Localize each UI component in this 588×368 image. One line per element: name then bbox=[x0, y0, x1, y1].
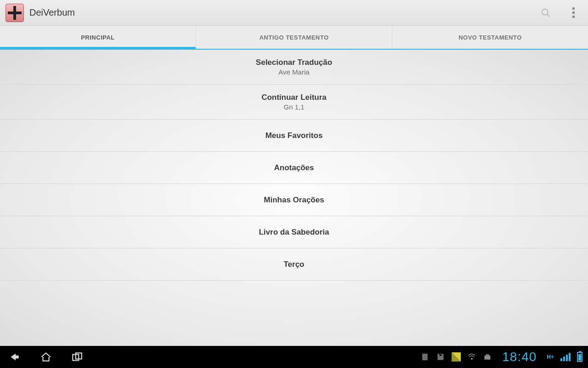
menu-item-select-translation[interactable]: Selecionar Tradução Ave Maria bbox=[0, 50, 588, 85]
svg-rect-8 bbox=[485, 356, 490, 359]
svg-line-1 bbox=[547, 14, 550, 17]
menu-item-favorites[interactable]: Meus Favoritos bbox=[0, 120, 588, 152]
svg-rect-9 bbox=[486, 355, 489, 356]
svg-point-7 bbox=[471, 358, 473, 360]
menu-item-rosary[interactable]: Terço bbox=[0, 248, 588, 281]
tab-label: PRINCIPAL bbox=[81, 34, 115, 41]
tab-label: NOVO TESTAMENTO bbox=[458, 34, 522, 41]
svg-rect-6 bbox=[439, 354, 442, 356]
menu-item-continue-reading[interactable]: Continuar Leitura Gn 1,1 bbox=[0, 85, 588, 120]
app-title: DeiVerbum bbox=[29, 7, 75, 18]
battery-icon bbox=[577, 352, 582, 362]
list-item-title: Livro da Sabedoria bbox=[259, 228, 329, 237]
status-icons[interactable]: 18:40 H+ bbox=[420, 350, 582, 364]
tab-antigo-testamento[interactable]: ANTIGO TESTAMENTO bbox=[196, 26, 392, 49]
save-icon bbox=[436, 352, 445, 362]
wifi-icon bbox=[467, 352, 476, 362]
list-item-subtitle: Ave Maria bbox=[278, 68, 309, 76]
overflow-menu-icon[interactable] bbox=[562, 2, 584, 24]
tab-label: ANTIGO TESTAMENTO bbox=[259, 34, 328, 41]
home-icon[interactable] bbox=[37, 348, 55, 366]
list-item-subtitle: Gn 1,1 bbox=[283, 103, 304, 111]
menu-item-notes[interactable]: Anotações bbox=[0, 152, 588, 184]
list-item-title: Selecionar Tradução bbox=[256, 58, 332, 67]
usb-debug-icon bbox=[452, 352, 461, 362]
list-item-title: Continuar Leitura bbox=[261, 93, 327, 102]
signal-icon bbox=[560, 353, 571, 361]
system-nav-bar: 18:40 H+ bbox=[0, 346, 588, 368]
main-content: Selecionar Tradução Ave Maria Continuar … bbox=[0, 50, 588, 346]
menu-item-prayers[interactable]: Minhas Orações bbox=[0, 184, 588, 216]
search-icon[interactable] bbox=[535, 2, 557, 24]
list-item-title: Meus Favoritos bbox=[266, 131, 323, 140]
network-type-label: H+ bbox=[547, 354, 554, 360]
briefcase-icon bbox=[483, 352, 492, 362]
menu-item-wisdom-book[interactable]: Livro da Sabedoria bbox=[0, 216, 588, 248]
sd-card-icon bbox=[420, 352, 430, 362]
app-icon bbox=[6, 4, 24, 22]
action-bar: DeiVerbum bbox=[0, 0, 588, 26]
list-item-title: Anotações bbox=[274, 163, 314, 172]
status-clock: 18:40 bbox=[502, 350, 537, 364]
back-icon[interactable] bbox=[6, 348, 24, 366]
list-item-title: Terço bbox=[283, 260, 304, 269]
tab-novo-testamento[interactable]: NOVO TESTAMENTO bbox=[392, 26, 588, 49]
list-item-title: Minhas Orações bbox=[264, 196, 324, 205]
svg-rect-4 bbox=[423, 354, 428, 360]
recents-icon[interactable] bbox=[68, 348, 86, 366]
svg-point-0 bbox=[542, 9, 548, 15]
tab-principal[interactable]: PRINCIPAL bbox=[0, 26, 196, 49]
tab-strip: PRINCIPAL ANTIGO TESTAMENTO NOVO TESTAME… bbox=[0, 26, 588, 50]
